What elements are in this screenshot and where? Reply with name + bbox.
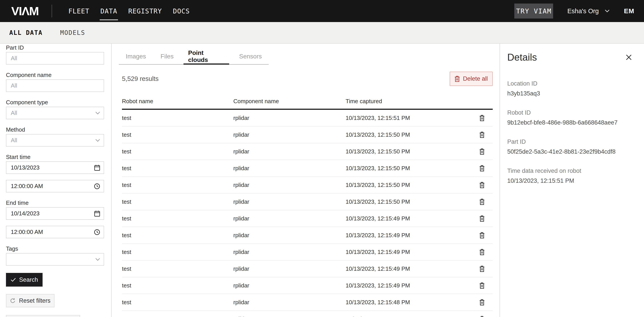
table-row[interactable]: test rplidar 10/13/2023, 12:15:49 PM (122, 277, 493, 294)
method-select[interactable]: All (6, 134, 104, 147)
cell-time-captured: 10/13/2023, 12:15:48 PM (346, 299, 480, 306)
cell-time-captured: 10/13/2023, 12:15:50 PM (346, 182, 480, 189)
row-delete-button[interactable] (480, 316, 484, 317)
try-viam-button[interactable]: TRY VIAM (514, 3, 553, 18)
row-delete-button[interactable] (480, 165, 484, 172)
start-date-value: 10/13/2023 (11, 164, 40, 171)
row-delete-button[interactable] (480, 199, 484, 205)
trash-icon (480, 215, 484, 222)
start-time-label: Start time (6, 154, 104, 160)
end-time-label: End time (6, 200, 104, 206)
cell-component-name: rplidar (233, 266, 346, 272)
page-body: Part ID Component name Component type Al… (0, 44, 644, 317)
trash-icon (480, 316, 484, 317)
tags-select[interactable] (6, 253, 104, 266)
table-row[interactable]: test rplidar 10/13/2023, 12:15:51 PM (122, 110, 493, 127)
table-row[interactable]: test rplidar 10/13/2023, 12:15:50 PM (122, 143, 493, 160)
trash-icon (480, 115, 484, 121)
end-time-input[interactable]: 12:00:00 AM (6, 226, 104, 238)
details-field: Part ID 50f25de2-5a3c-41e2-8b81-23e2f9b4… (507, 138, 632, 155)
start-time-input[interactable]: 12:00:00 AM (6, 180, 104, 192)
row-delete-button[interactable] (480, 249, 484, 255)
cell-robot-name: test (122, 131, 233, 138)
row-delete-button[interactable] (480, 182, 484, 188)
calendar-icon[interactable] (94, 211, 100, 217)
primary-nav: FLEET DATA REGISTRY DOCS (68, 7, 190, 15)
details-fields: Location ID h3yb135aq3 Robot ID 9b12ebcf… (507, 80, 632, 184)
table-row[interactable]: test rplidar 10/13/2023, 12:15:50 PM (122, 160, 493, 177)
column-header-component-name: Component name (233, 98, 346, 105)
table-row[interactable]: test rplidar 10/13/2023, 12:15:50 PM (122, 127, 493, 143)
table-row[interactable]: test rplidar 10/13/2023, 12:15:49 PM (122, 210, 493, 227)
trash-icon (480, 165, 484, 172)
tab-models[interactable]: MODELS (60, 29, 85, 36)
table-row[interactable]: test rplidar 10/13/2023, 12:15:49 PM (122, 227, 493, 244)
nav-item-fleet[interactable]: FLEET (68, 7, 89, 15)
reset-filters-button[interactable]: Reset filters (6, 294, 54, 307)
start-date-input[interactable]: 10/13/2023 (6, 161, 104, 174)
nav-item-docs[interactable]: DOCS (173, 7, 190, 15)
search-button[interactable]: Search (6, 273, 42, 287)
close-button[interactable] (626, 54, 632, 61)
cell-component-name: rplidar (233, 115, 346, 121)
details-field-label: Time data received on robot (507, 168, 632, 174)
row-delete-button[interactable] (480, 148, 484, 155)
trash-icon (480, 182, 484, 188)
clock-icon[interactable] (94, 229, 100, 235)
nav-item-registry[interactable]: REGISTRY (128, 7, 162, 15)
component-name-label: Component name (6, 72, 104, 78)
cell-time-captured: 10/13/2023, 12:15:49 PM (346, 282, 480, 289)
chevron-down-icon (95, 258, 100, 261)
row-delete-button[interactable] (480, 132, 484, 138)
tab-images[interactable]: Images (121, 48, 151, 65)
row-delete-button[interactable] (480, 299, 484, 306)
row-delete-button[interactable] (480, 266, 484, 272)
cell-time-captured: 10/13/2023, 12:15:49 PM (346, 249, 480, 256)
component-name-input[interactable] (6, 79, 104, 92)
tab-point-clouds[interactable]: Point clouds (184, 48, 229, 65)
table-row[interactable]: test rplidar 10/13/2023, 12:15:49 PM (122, 244, 493, 261)
tab-files[interactable]: Files (156, 48, 178, 65)
cell-time-captured: 10/13/2023, 12:15:51 PM (346, 115, 480, 121)
cell-robot-name: test (122, 299, 233, 306)
copy-export-command-button[interactable]: Copy export command (6, 315, 80, 317)
details-field: Robot ID 9b12ebcf-bfe8-486e-988b-6a66864… (507, 109, 632, 126)
cell-component-name: rplidar (233, 165, 346, 172)
table-row[interactable]: test rplidar 10/13/2023, 12:15:48 PM (122, 294, 493, 311)
results-toolbar: 5,529 results Delete all (122, 72, 493, 86)
cell-time-captured: 10/13/2023, 12:15:50 PM (346, 148, 480, 155)
trash-icon (480, 249, 484, 255)
table-row[interactable]: test rplidar 10/13/2023, 12:15:48 PM (122, 311, 493, 317)
table-body: test rplidar 10/13/2023, 12:15:51 PM tes… (122, 110, 493, 317)
cell-time-captured: 10/13/2023, 12:15:48 PM (346, 316, 480, 317)
end-date-input[interactable]: 10/14/2023 (6, 207, 104, 220)
table-row[interactable]: test rplidar 10/13/2023, 12:15:49 PM (122, 261, 493, 277)
table-row[interactable]: test rplidar 10/13/2023, 12:15:50 PM (122, 194, 493, 210)
details-field-value: 10/13/2023, 12:15:51 PM (507, 177, 632, 184)
row-delete-button[interactable] (480, 215, 484, 222)
tab-all-data[interactable]: ALL DATA (9, 29, 42, 36)
clock-icon[interactable] (94, 183, 100, 189)
viam-logo[interactable]: VIΛM (11, 4, 38, 18)
tags-label: Tags (6, 246, 104, 252)
details-header: Details (507, 51, 632, 63)
row-delete-button[interactable] (480, 232, 484, 239)
delete-all-button[interactable]: Delete all (450, 72, 493, 86)
tab-sensors[interactable]: Sensors (234, 48, 266, 65)
cell-time-captured: 10/13/2023, 12:15:50 PM (346, 198, 480, 205)
details-field-label: Robot ID (507, 109, 632, 116)
row-delete-button[interactable] (480, 282, 484, 289)
calendar-icon[interactable] (94, 165, 100, 171)
cell-robot-name: test (122, 316, 233, 317)
part-id-input[interactable] (6, 52, 104, 65)
row-delete-button[interactable] (480, 115, 484, 121)
avatar[interactable]: EM (624, 7, 634, 15)
component-type-select[interactable]: All (6, 107, 104, 119)
reset-filters-label: Reset filters (19, 297, 50, 304)
table-header: Robot name Component name Time captured (122, 94, 493, 110)
table-row[interactable]: test rplidar 10/13/2023, 12:15:50 PM (122, 177, 493, 194)
cell-robot-name: test (122, 232, 233, 239)
org-selector[interactable]: Esha's Org (567, 7, 610, 15)
cell-component-name: rplidar (233, 316, 346, 317)
nav-item-data[interactable]: DATA (100, 7, 117, 15)
